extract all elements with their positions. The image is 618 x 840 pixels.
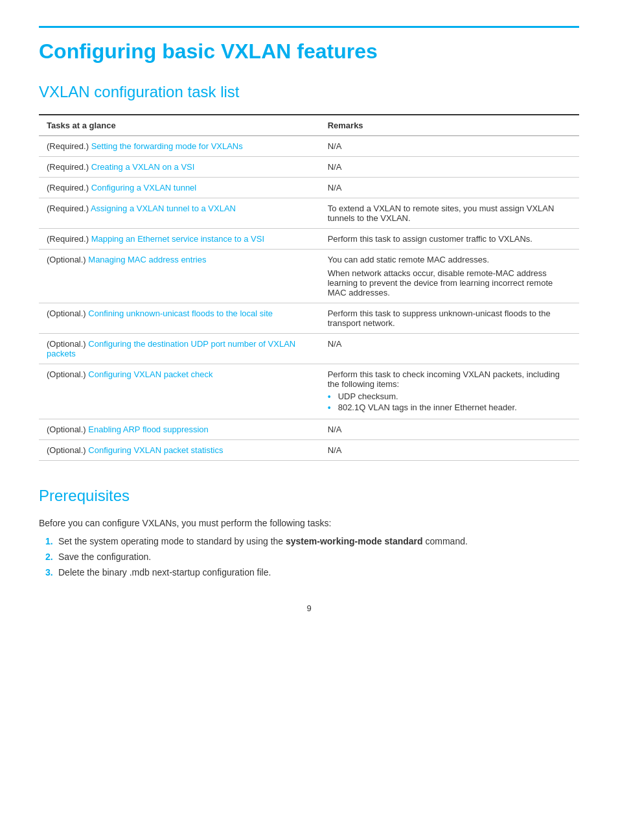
prerequisites-section: Prerequisites Before you can configure V… [39, 487, 579, 578]
remarks-text: N/A [328, 425, 571, 434]
task-prefix: (Optional.) [47, 425, 88, 434]
task-link[interactable]: Setting the forwarding mode for VXLANs [91, 141, 243, 151]
task-cell: (Optional.) Enabling ARP flood suppressi… [39, 419, 320, 440]
remarks-text: N/A [328, 445, 571, 455]
task-link[interactable]: Enabling ARP flood suppression [88, 425, 209, 434]
table-row: (Required.) Creating a VXLAN on a VSIN/A [39, 157, 579, 178]
remarks-cell: To extend a VXLAN to remote sites, you m… [320, 198, 579, 229]
prereq-intro: Before you can configure VXLANs, you mus… [39, 518, 579, 528]
remarks-cell: Perform this task to check incoming VXLA… [320, 364, 579, 419]
prereq-number: 1. [45, 536, 53, 546]
task-prefix: (Optional.) [47, 445, 88, 455]
remarks-text: N/A [328, 162, 571, 172]
task-prefix: (Required.) [47, 141, 91, 151]
table-row: (Optional.) Configuring the destination … [39, 334, 579, 364]
task-prefix: (Optional.) [47, 339, 88, 349]
remarks-extra-text: When network attacks occur, disable remo… [328, 268, 571, 298]
task-cell: (Required.) Configuring a VXLAN tunnel [39, 178, 320, 198]
prereq-number: 3. [45, 567, 53, 578]
task-prefix: (Optional.) [47, 255, 88, 264]
remarks-text: Perform this task to suppress unknown-un… [328, 309, 571, 328]
task-cell: (Optional.) Configuring VXLAN packet che… [39, 364, 320, 419]
task-cell: (Optional.) Configuring VXLAN packet sta… [39, 440, 320, 461]
remarks-cell: N/A [320, 178, 579, 198]
remarks-text: N/A [328, 339, 571, 349]
table-row: (Required.) Setting the forwarding mode … [39, 136, 579, 157]
task-link[interactable]: Configuring VXLAN packet statistics [88, 445, 223, 455]
remarks-text: N/A [328, 183, 571, 192]
task-cell: (Required.) Setting the forwarding mode … [39, 136, 320, 157]
prereq-bold: system-working-mode standard [286, 536, 423, 546]
table-row: (Optional.) Confining unknown-unicast fl… [39, 303, 579, 334]
table-row: (Optional.) Configuring VXLAN packet sta… [39, 440, 579, 461]
task-link[interactable]: Configuring a VXLAN tunnel [91, 183, 197, 192]
remarks-text: N/A [328, 141, 571, 151]
task-cell: (Required.) Creating a VXLAN on a VSI [39, 157, 320, 178]
task-prefix: (Required.) [47, 183, 91, 192]
prereq-item: 2.Save the configuration. [39, 552, 579, 562]
remarks-text: To extend a VXLAN to remote sites, you m… [328, 204, 571, 223]
task-link[interactable]: Managing MAC address entries [88, 255, 206, 264]
task-prefix: (Required.) [47, 204, 91, 213]
remarks-cell: N/A [320, 157, 579, 178]
task-cell: (Optional.) Configuring the destination … [39, 334, 320, 364]
remarks-cell: Perform this task to suppress unknown-un… [320, 303, 579, 334]
task-cell: (Required.) Assigning a VXLAN tunnel to … [39, 198, 320, 229]
table-row: (Optional.) Enabling ARP flood suppressi… [39, 419, 579, 440]
remarks-cell: N/A [320, 440, 579, 461]
col1-header: Tasks at a glance [39, 115, 320, 136]
remarks-text: Perform this task to check incoming VXLA… [328, 369, 571, 389]
remarks-cell: N/A [320, 334, 579, 364]
remarks-text: Perform this task to assign customer tra… [328, 234, 571, 244]
page-number: 9 [39, 603, 579, 613]
prereq-item: 3.Delete the binary .mdb next-startup co… [39, 567, 579, 578]
remarks-text: You can add static remote MAC addresses. [328, 255, 571, 264]
task-table: Tasks at a glance Remarks (Required.) Se… [39, 114, 579, 461]
section2-title: Prerequisites [39, 487, 579, 505]
task-prefix: (Optional.) [47, 369, 88, 379]
prereq-list: 1.Set the system operating mode to stand… [39, 536, 579, 578]
remarks-cell: Perform this task to assign customer tra… [320, 229, 579, 250]
header-rule [39, 26, 579, 28]
bullet-item: UDP checksum. [328, 391, 571, 401]
prereq-item: 1.Set the system operating mode to stand… [39, 536, 579, 546]
bullet-item: 802.1Q VLAN tags in the inner Ethernet h… [328, 402, 571, 412]
remarks-cell: N/A [320, 419, 579, 440]
table-row: (Required.) Mapping an Ethernet service … [39, 229, 579, 250]
task-prefix: (Required.) [47, 162, 91, 172]
task-link[interactable]: Creating a VXLAN on a VSI [91, 162, 195, 172]
task-cell: (Required.) Mapping an Ethernet service … [39, 229, 320, 250]
task-link[interactable]: Confining unknown-unicast floods to the … [88, 309, 273, 318]
task-link[interactable]: Configuring VXLAN packet check [88, 369, 212, 379]
task-link[interactable]: Mapping an Ethernet service instance to … [91, 234, 264, 244]
remarks-cell: N/A [320, 136, 579, 157]
task-prefix: (Optional.) [47, 309, 88, 318]
section1-title: VXLAN configuration task list [39, 83, 579, 101]
remarks-bullets: UDP checksum.802.1Q VLAN tags in the inn… [328, 391, 571, 412]
table-row: (Optional.) Managing MAC address entries… [39, 250, 579, 303]
main-title: Configuring basic VXLAN features [39, 33, 579, 64]
col2-header: Remarks [320, 115, 579, 136]
task-cell: (Optional.) Confining unknown-unicast fl… [39, 303, 320, 334]
remarks-cell: You can add static remote MAC addresses.… [320, 250, 579, 303]
task-prefix: (Required.) [47, 234, 91, 244]
task-cell: (Optional.) Managing MAC address entries [39, 250, 320, 303]
prereq-number: 2. [45, 552, 53, 562]
table-row: (Required.) Assigning a VXLAN tunnel to … [39, 198, 579, 229]
task-link[interactable]: Assigning a VXLAN tunnel to a VXLAN [91, 204, 236, 213]
table-row: (Optional.) Configuring VXLAN packet che… [39, 364, 579, 419]
table-row: (Required.) Configuring a VXLAN tunnelN/… [39, 178, 579, 198]
